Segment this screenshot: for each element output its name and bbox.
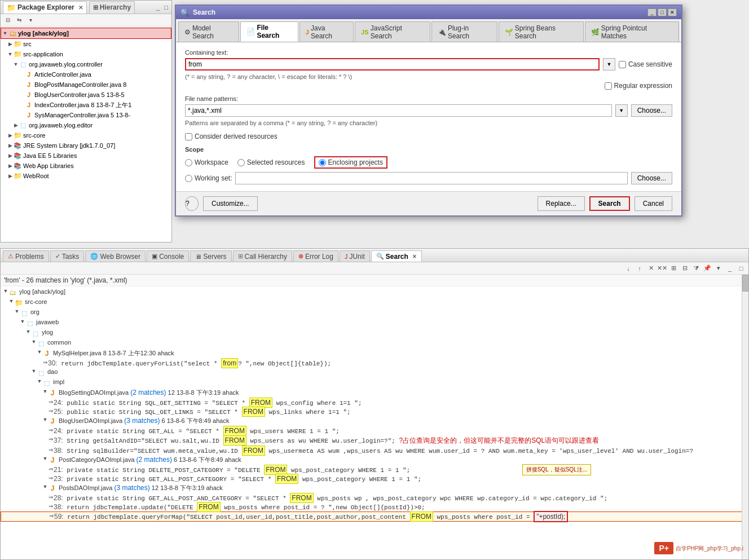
result-match-blogsetting-24[interactable]: ⇒ 24: public static String SQL_GET_SETTI… <box>1 398 748 407</box>
collapse-all-bottom-button[interactable]: ⊟ <box>680 263 690 274</box>
working-set-radio[interactable] <box>185 175 192 182</box>
tab-js-search[interactable]: JS JavaScript Search <box>355 21 430 42</box>
result-item-postcategory[interactable]: ▼ J PostCategoryDAOImpl.java (2 matches)… <box>1 455 748 465</box>
cancel-button[interactable]: Cancel <box>635 196 672 211</box>
containing-text-dropdown[interactable]: ▼ <box>603 58 615 70</box>
tab-search[interactable]: 🔍 Search ✕ <box>371 250 422 262</box>
result-match-mysqlhelper-30[interactable]: ⇒ 30: return jdbcTemplate.queryForList("… <box>1 359 748 368</box>
tree-item-indexcontroller[interactable]: ▶ J IndexController.java 8 13-8-7 上午1 <box>1 100 171 110</box>
tab-console[interactable]: ▣ Console <box>147 250 189 262</box>
selected-resources-radio-label[interactable]: Selected resources <box>237 158 305 166</box>
maximize-icon[interactable]: □ <box>164 4 168 11</box>
enclosing-projects-radio-label[interactable]: Enclosing projects <box>319 158 383 166</box>
tab-servers[interactable]: 🖥 Servers <box>190 250 231 262</box>
result-match-postsdao-28[interactable]: ⇒ 28: private static String GET_ALL_POST… <box>1 493 748 502</box>
tab-problems[interactable]: ⚠ Problems <box>3 250 49 262</box>
result-match-postcategory-23[interactable]: ⇒ 23: private static String GET_ALL_POST… <box>1 474 748 483</box>
result-match-bloguser-38[interactable]: ⇒ 38: String sqlBuilder="SELECT wum.meta… <box>1 446 748 455</box>
containing-text-input[interactable] <box>185 58 600 70</box>
result-match-postcategory-21[interactable]: ⇒ 21: private static String DELETE_POST_… <box>1 465 748 474</box>
result-match-postsdao-38[interactable]: ⇒ 38: return jdbcTemplate.update("DELETE… <box>1 502 748 512</box>
tab-package-explorer[interactable]: 📁 Package Explorer ✕ <box>3 1 87 14</box>
consider-derived-checkbox[interactable] <box>185 133 192 140</box>
collapse-all-button[interactable]: ⊟ <box>3 15 13 25</box>
maximize-panel-button[interactable]: □ <box>736 263 746 274</box>
tree-item-jrelib[interactable]: ▶ 📚 JRE System Library [jdk1.7.0_07] <box>1 140 171 151</box>
result-item-mysqlhelper[interactable]: ▼ J MySqlHelper.java 8 13-8-7 上午12:30 ah… <box>1 349 748 359</box>
enclosing-projects-radio[interactable] <box>319 159 326 166</box>
minimize-icon[interactable]: _ <box>156 4 160 11</box>
file-name-patterns-input[interactable] <box>185 104 612 117</box>
tree-item-webroot[interactable]: ▶ 📁 WebRoot <box>1 171 171 181</box>
result-match-bloguser-37[interactable]: ⇒ 37: String getSaltAndID="SELECT wu.sal… <box>1 435 748 446</box>
tab-spring-beans[interactable]: 🌱 Spring Beans Search <box>499 21 584 42</box>
result-item-blogsetting[interactable]: ▼ J BlogSettingDAOImpl.java (2 matches) … <box>1 388 748 398</box>
tree-item-editor[interactable]: ▶ ⬚ org.javaweb.ylog.editor <box>1 120 171 130</box>
customize-button[interactable]: Customize... <box>203 196 258 211</box>
result-item-impl[interactable]: ▼ ⬚ impl <box>1 378 748 388</box>
next-match-button[interactable]: ↓ <box>623 263 633 274</box>
tree-item-src[interactable]: ▶ 📁 src <box>1 39 171 49</box>
result-match-postsdao-59[interactable]: ⇒ 59: return jdbcTemplate.queryForMap("S… <box>1 512 748 522</box>
result-item-ylog[interactable]: ▼ 🗂 ylog [ahack/ylog] <box>1 288 748 298</box>
tab-web-browser[interactable]: 🌐 Web Browser <box>85 250 146 262</box>
titlebar-minimize-button[interactable]: _ <box>647 8 657 16</box>
result-match-bloguser-24[interactable]: ⇒ 24: private static String GET_ALL = "S… <box>1 426 748 435</box>
tree-item-ylog[interactable]: ▼ 🗂 ylog [ahack/ylog] <box>1 28 171 39</box>
tab-hierarchy[interactable]: ⊞ Hierarchy <box>89 1 135 14</box>
result-match-blogsetting-25[interactable]: ⇒ 25: public static String SQL_GET_LINKS… <box>1 407 748 416</box>
tree-item-controller[interactable]: ▼ ⬚ org.javaweb.ylog.controller <box>1 59 171 69</box>
search-button[interactable]: Search <box>589 196 630 211</box>
titlebar-maximize-button[interactable]: □ <box>658 8 667 16</box>
search-close-icon[interactable]: ✕ <box>412 254 417 259</box>
prev-match-button[interactable]: ↑ <box>635 263 645 274</box>
tab-error-log[interactable]: ⊗ Error Log <box>293 250 338 262</box>
tab-file-search[interactable]: 📄 File Search <box>240 21 298 42</box>
filter-button[interactable]: ⧩ <box>691 263 701 274</box>
minimize-panel-button[interactable]: _ <box>725 263 735 274</box>
tab-java-search[interactable]: J Java Search <box>299 21 354 42</box>
tree-item-src-application[interactable]: ▼ 📁 src-application <box>1 49 171 59</box>
file-name-patterns-dropdown[interactable]: ▼ <box>615 104 628 117</box>
result-item-postsdao[interactable]: ▼ J PostsDAOImpl.java (3 matches) 12 13-… <box>1 483 748 493</box>
tree-item-blogpostmanage[interactable]: ▶ J BlogPostManageController.java 8 <box>1 80 171 90</box>
scrollbar-thumb[interactable] <box>742 275 749 292</box>
help-button[interactable]: ? <box>185 196 199 211</box>
pin-button[interactable]: 📌 <box>702 263 712 274</box>
tree-item-javaee[interactable]: ▶ 📚 Java EE 5 Libraries <box>1 151 171 161</box>
working-set-input[interactable] <box>235 172 627 184</box>
pe-close-icon[interactable]: ✕ <box>78 5 83 11</box>
replace-button[interactable]: Replace... <box>537 196 585 211</box>
link-with-editor-button[interactable]: ⇆ <box>14 15 24 25</box>
remove-match-button[interactable]: ✕ <box>646 263 656 274</box>
result-item-dao[interactable]: ▼ ⬚ dao <box>1 368 748 378</box>
working-set-choose-button[interactable]: Choose... <box>631 172 672 184</box>
tree-item-srccore[interactable]: ▶ 📁 src-core <box>1 130 171 140</box>
result-item-common[interactable]: ▼ ⬚ common <box>1 338 748 349</box>
tree-item-webapplib[interactable]: ▶ 📚 Web App Libraries <box>1 161 171 171</box>
tab-call-hierarchy[interactable]: ⊞ Call Hierarchy <box>233 250 292 262</box>
tab-model-search[interactable]: ⚙ Model Search <box>178 21 239 42</box>
tab-junit[interactable]: J JUnit <box>340 250 370 262</box>
view-menu-bottom-button[interactable]: ▾ <box>713 263 724 274</box>
expand-all-button[interactable]: ⊞ <box>668 263 678 274</box>
remove-all-matches-button[interactable]: ✕✕ <box>657 263 667 274</box>
result-item-javaweb[interactable]: ▼ ⬚ javaweb <box>1 318 748 328</box>
workspace-radio-label[interactable]: Workspace <box>185 158 228 166</box>
selected-resources-radio[interactable] <box>237 159 245 166</box>
case-sensitive-checkbox[interactable] <box>619 61 626 68</box>
choose-button[interactable]: Choose... <box>631 104 672 117</box>
tab-plugin-search[interactable]: 🔌 Plug-in Search <box>431 21 497 42</box>
tab-tasks[interactable]: ✓ Tasks <box>50 250 85 262</box>
workspace-radio[interactable] <box>185 159 192 166</box>
regex-checkbox[interactable] <box>605 82 612 90</box>
result-item-org[interactable]: ▼ ⬚ org <box>1 308 748 318</box>
tree-item-bloguser[interactable]: ▶ J BlogUserController.java 5 13-8-5 <box>1 90 171 100</box>
working-set-radio-label[interactable]: Working set: <box>185 174 232 182</box>
result-item-srccore[interactable]: ▼ 📁 src-core <box>1 298 748 308</box>
tab-spring-pointcut[interactable]: 🌿 Spring Pointcut Matches <box>585 21 679 42</box>
vertical-scrollbar[interactable] <box>742 275 748 559</box>
tree-item-articlecontroller[interactable]: ▶ J ArticleController.java <box>1 69 171 80</box>
view-menu-button[interactable]: ▾ <box>25 15 36 25</box>
tree-item-sysmanager[interactable]: ▶ J SysManagerController.java 5 13-8- <box>1 110 171 120</box>
